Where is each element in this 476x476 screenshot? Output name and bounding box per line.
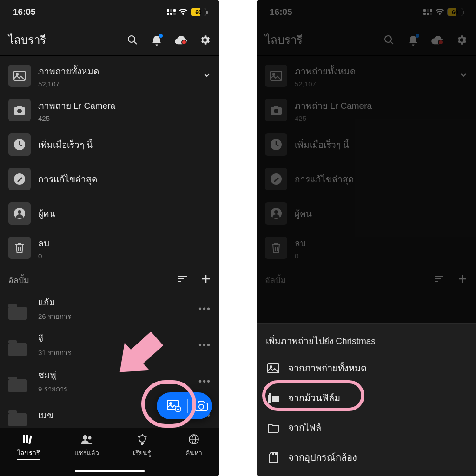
row-title: เพิ่มเมื่อเร็วๆ นี้ [38,138,93,152]
folder-icon [8,334,31,356]
row-subtitle: 52,107 [38,80,99,88]
add-photos-sheet: เพิ่มภาพถ่ายไปยัง Christmas จากภาพถ่ายทั… [257,323,476,476]
svg-rect-13 [26,435,28,443]
add-image-icon [167,399,181,413]
sheet-item-label: จากม้วนฟิล์ม [288,390,340,405]
row-edits[interactable]: การแก้ไขล่าสุด [0,162,219,196]
more-icon[interactable]: ••• [198,340,211,350]
album-title: ชมพู่ [38,368,67,382]
album-row[interactable]: แก้ม 26 รายการ ••• [0,291,219,327]
add-album-icon[interactable] [201,274,211,286]
home-indicator[interactable] [75,470,145,472]
folder-icon [267,421,280,434]
album-subtitle: 9 รายการ [38,383,67,395]
more-icon[interactable]: ••• [198,376,211,387]
svg-point-7 [18,210,21,214]
svg-point-3 [17,109,22,113]
svg-point-30 [270,366,272,368]
globe-icon [187,434,200,445]
section-title: อัลบั้ม [8,273,29,287]
svg-point-16 [88,436,92,440]
sdcard-icon [267,451,280,464]
svg-rect-14 [29,436,33,444]
gear-icon[interactable] [199,34,211,46]
svg-rect-33 [272,396,279,402]
sheet-item-files[interactable]: จากไฟล์ [257,413,476,443]
tab-library[interactable]: ไลบรารี [17,434,40,460]
row-people[interactable]: ผู้คน [0,196,219,231]
folder-icon [8,404,31,426]
sheet-item-label: จากอุปกรณ์กล้อง [288,450,357,465]
image-icon [267,362,280,375]
page-title: ไลบรารี [8,31,46,49]
row-title: ผู้คน [38,206,55,220]
sheet-item-label: จากไฟล์ [288,420,321,435]
folder-icon [8,370,31,392]
open-camera-icon[interactable] [194,399,208,413]
folder-icon [8,298,31,320]
row-recent[interactable]: เพิ่มเมื่อเร็วๆ นี้ [0,127,219,162]
person-icon [8,202,31,225]
phone-left: 16:05 60 ไลบรารี [0,0,219,476]
battery-percent: 60 [191,8,206,17]
album-title: เมฆ [38,408,53,422]
phone-right: 16:05 60 ไลบรารี [257,0,476,476]
search-icon[interactable] [126,34,139,46]
library-list: ภาพถ่ายทั้งหมด 52,107 ภาพถ่าย Lr Camera … [0,56,219,434]
row-title: ลบ [38,236,49,250]
row-subtitle: 425 [38,114,115,122]
row-all-photos[interactable]: ภาพถ่ายทั้งหมด 52,107 [0,59,219,93]
bulb-icon [136,434,149,445]
battery-icon: 60 [191,8,206,16]
image-icon [8,65,31,87]
svg-rect-12 [23,435,25,443]
svg-point-2 [16,73,18,75]
cellular-icon [167,9,176,15]
tab-learn[interactable]: เรียนรู้ [133,434,151,458]
sheet-item-camera-roll[interactable]: จากม้วนฟิล์ม [257,383,476,413]
svg-point-9 [170,403,172,404]
wifi-icon [178,8,188,16]
row-title: ภาพถ่าย Lr Camera [38,99,115,112]
album-subtitle: 31 รายการ [38,347,71,358]
svg-point-15 [83,435,87,440]
add-photos-fab[interactable] [157,392,212,419]
edit-recent-icon [8,168,31,190]
sheet-item-label: จากภาพถ่ายทั้งหมด [288,361,367,376]
more-icon[interactable]: ••• [198,304,211,314]
sheet-item-camera-device[interactable]: จากอุปกรณ์กล้อง [257,443,476,472]
chevron-down-icon[interactable] [203,71,211,81]
tab-label: แชร์แล้ว [74,448,99,458]
row-lr-camera[interactable]: ภาพถ่าย Lr Camera 425 [0,93,219,127]
album-title: แก้ม [38,295,71,309]
row-trash[interactable]: ลบ 0 [0,231,219,265]
tab-search[interactable]: ค้นหา [185,434,202,458]
bell-icon[interactable] [151,34,163,46]
library-icon [22,434,35,445]
clock-icon [8,133,31,156]
tab-label: เรียนรู้ [133,448,151,458]
app-header: ไลบรารี [0,24,219,56]
tab-label: ค้นหา [185,448,202,458]
tab-bar: ไลบรารี แชร์แล้ว เรียนรู้ ค้นหา [0,428,219,476]
row-title: ภาพถ่ายทั้งหมด [38,64,99,78]
sheet-item-all-photos[interactable]: จากภาพถ่ายทั้งหมด [257,353,476,383]
row-subtitle: 0 [38,252,49,260]
status-time: 16:05 [13,7,36,17]
svg-point-11 [199,404,204,409]
sheet-title: เพิ่มภาพถ่ายไปยัง Christmas [257,324,476,353]
albums-section-header: อัลบั้ม [0,265,219,291]
svg-point-0 [128,36,135,42]
svg-rect-32 [269,393,271,395]
cloud-icon[interactable] [175,34,187,46]
tab-label: ไลบรารี [17,448,40,460]
svg-rect-31 [268,395,271,403]
row-title: การแก้ไขล่าสุด [38,172,97,186]
sort-icon[interactable] [178,275,188,285]
tab-shared[interactable]: แชร์แล้ว [74,434,99,458]
album-subtitle: 26 รายการ [38,311,71,322]
svg-point-17 [139,436,145,442]
album-row[interactable]: จี 31 รายการ ••• [0,327,219,363]
camera-icon [8,99,31,121]
fab-divider [187,399,188,413]
